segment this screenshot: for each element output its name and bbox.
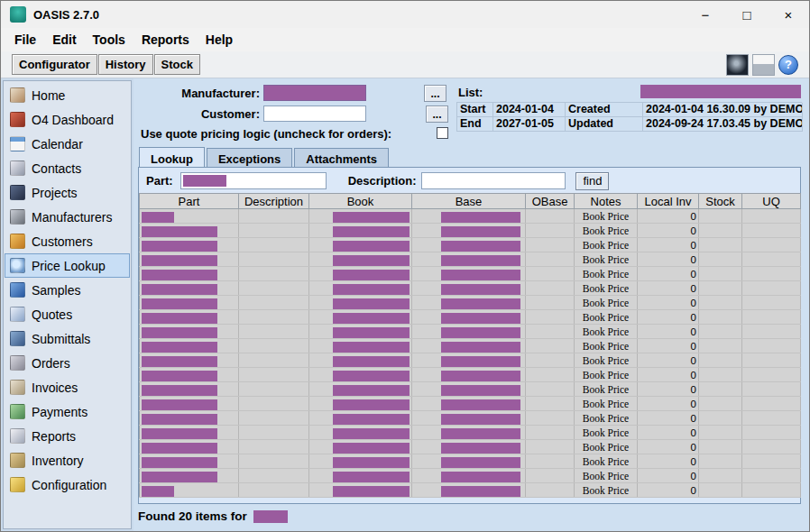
redacted-base-cell	[441, 284, 520, 295]
sidebar-item-quotes[interactable]: Quotes	[5, 302, 130, 326]
table-row[interactable]: Book Price0	[140, 440, 801, 454]
column-header-obase[interactable]: OBase	[526, 194, 575, 209]
cell-local-inv: 0	[638, 209, 699, 224]
description-input[interactable]	[421, 172, 566, 189]
cell-description	[239, 469, 309, 483]
sidebar-item-customers[interactable]: Customers	[5, 229, 130, 253]
maximize-button[interactable]: □	[726, 1, 768, 28]
table-row[interactable]: Book Price0	[140, 339, 801, 353]
table-row[interactable]: Book Price0	[140, 267, 801, 281]
cell-description	[239, 382, 309, 397]
column-header-notes[interactable]: Notes	[575, 194, 638, 209]
sidebar-item-configuration[interactable]: Configuration	[5, 472, 130, 497]
redacted-part-cell	[142, 414, 217, 425]
table-body: Book Price0Book Price0Book Price0Book Pr…	[140, 209, 801, 498]
quote-logic-checkbox[interactable]	[437, 127, 448, 139]
camera-icon[interactable]	[726, 54, 749, 76]
sidebar-item-manufacturers[interactable]: Manufacturers	[5, 205, 130, 229]
minimize-button[interactable]: −	[685, 1, 726, 28]
printer-icon[interactable]	[752, 54, 775, 76]
table-row[interactable]: Book Price0	[140, 483, 801, 498]
cell-part	[140, 238, 239, 252]
cell-stock	[699, 426, 742, 440]
cell-part	[140, 281, 239, 296]
description-label: Description:	[348, 174, 417, 188]
cell-notes: Book Price	[575, 483, 638, 498]
find-button[interactable]: find	[575, 172, 609, 190]
table-row[interactable]: Book Price0	[140, 281, 801, 296]
redacted-book-cell	[333, 472, 410, 482]
column-header-uq[interactable]: UQ	[742, 194, 801, 209]
cell-base	[412, 440, 526, 454]
status-bar: Found 20 items for	[138, 509, 288, 523]
table-row[interactable]: Book Price0	[140, 469, 801, 483]
customer-input[interactable]	[263, 105, 366, 122]
window-body: HomeO4 DashboardCalendarContactsProjects…	[1, 78, 809, 531]
part-input[interactable]	[180, 172, 327, 189]
table-row[interactable]: Book Price0	[140, 252, 801, 267]
sidebar-item-o4-dashboard[interactable]: O4 Dashboard	[5, 107, 130, 132]
table-row[interactable]: Book Price0	[140, 310, 801, 325]
menu-item-tools[interactable]: Tools	[85, 30, 133, 50]
sidebar-item-samples[interactable]: Samples	[5, 278, 130, 302]
table-row[interactable]: Book Price0	[140, 296, 801, 310]
column-header-base[interactable]: Base	[412, 194, 526, 209]
table-row[interactable]: Book Price0	[140, 411, 801, 426]
cell-uq	[742, 281, 801, 296]
cell-local-inv: 0	[638, 224, 699, 238]
toolbar-button-history[interactable]: History	[98, 54, 153, 75]
toolbar-button-stock[interactable]: Stock	[154, 54, 200, 75]
redacted-list-value	[640, 85, 801, 98]
table-row[interactable]: Book Price0	[140, 209, 801, 224]
table-row[interactable]: Book Price0	[140, 353, 801, 368]
redacted-book-cell	[333, 226, 410, 237]
reports-icon	[10, 428, 25, 444]
sidebar-item-contacts[interactable]: Contacts	[5, 156, 130, 180]
table-row[interactable]: Book Price0	[140, 368, 801, 382]
table-row[interactable]: Book Price0	[140, 454, 801, 469]
toolbar-button-configurator[interactable]: Configurator	[12, 54, 97, 75]
menu-item-file[interactable]: File	[6, 30, 44, 50]
column-header-description[interactable]: Description	[239, 194, 309, 209]
manufacturer-browse-button[interactable]: ...	[424, 85, 446, 102]
redacted-book-cell	[333, 255, 410, 266]
redacted-part-cell	[142, 472, 217, 482]
table-row[interactable]: Book Price0	[140, 238, 801, 252]
customer-browse-button[interactable]: ...	[426, 105, 448, 123]
column-header-local-inv[interactable]: Local Inv	[638, 194, 699, 209]
manufacturer-input[interactable]	[263, 85, 366, 101]
cell-book	[309, 296, 412, 310]
cell-part	[140, 325, 239, 339]
sidebar-item-invoices[interactable]: Invoices	[5, 375, 130, 399]
sidebar-item-price-lookup[interactable]: Price Lookup	[5, 253, 130, 278]
menu-item-help[interactable]: Help	[198, 30, 241, 50]
table-row[interactable]: Book Price0	[140, 397, 801, 411]
cell-obase	[526, 411, 575, 426]
home-icon	[10, 87, 25, 103]
redacted-book-cell	[333, 399, 410, 410]
sidebar-item-reports[interactable]: Reports	[5, 424, 130, 448]
close-button[interactable]: ×	[768, 1, 809, 28]
menu-item-edit[interactable]: Edit	[44, 30, 84, 50]
sidebar-item-calendar[interactable]: Calendar	[5, 132, 130, 156]
part-label: Part:	[146, 174, 173, 188]
sidebar-item-payments[interactable]: Payments	[5, 399, 130, 424]
redacted-book-cell	[333, 284, 410, 295]
submittals-icon	[10, 331, 25, 346]
table-row[interactable]: Book Price0	[140, 426, 801, 440]
sidebar-item-projects[interactable]: Projects	[5, 180, 130, 205]
menu-item-reports[interactable]: Reports	[133, 30, 198, 50]
sidebar-item-orders[interactable]: Orders	[5, 351, 130, 375]
column-header-part[interactable]: Part	[140, 194, 239, 209]
sidebar-item-inventory[interactable]: Inventory	[5, 448, 130, 472]
column-header-book[interactable]: Book	[309, 194, 412, 209]
table-row[interactable]: Book Price0	[140, 382, 801, 397]
sidebar-item-home[interactable]: Home	[5, 83, 130, 107]
cell-local-inv: 0	[638, 411, 699, 426]
table-row[interactable]: Book Price0	[140, 325, 801, 339]
cell-stock	[699, 382, 742, 397]
sidebar-item-submittals[interactable]: Submittals	[5, 326, 130, 351]
table-row[interactable]: Book Price0	[140, 224, 801, 238]
help-icon[interactable]: ?	[778, 55, 798, 75]
column-header-stock[interactable]: Stock	[699, 194, 742, 209]
